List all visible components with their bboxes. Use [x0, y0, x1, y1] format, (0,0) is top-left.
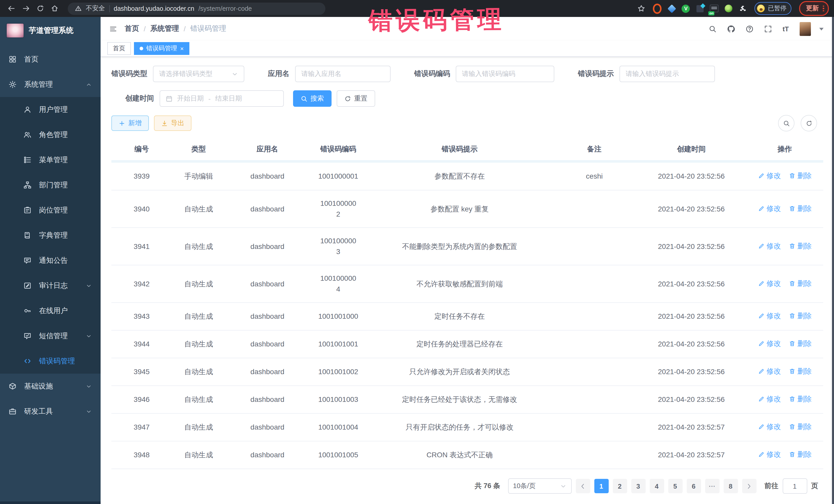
tag-close-icon[interactable]: × — [180, 45, 184, 51]
edit-link[interactable]: 修改 — [758, 366, 781, 377]
font-size-icon[interactable]: tT — [783, 25, 789, 32]
browser-reload-icon[interactable] — [34, 2, 46, 15]
search-button[interactable]: 搜索 — [293, 90, 332, 107]
header-search-icon[interactable] — [708, 25, 716, 32]
ext-tiles-icon[interactable] — [696, 4, 704, 13]
page-button-2[interactable]: 2 — [613, 479, 627, 493]
chevron-down-icon — [232, 70, 238, 77]
delete-link[interactable]: 删除 — [789, 366, 812, 377]
sidebar-item-org-tree[interactable]: 部门管理 — [0, 172, 101, 198]
sidebar-item-audit-log[interactable]: 审计日志 — [0, 273, 101, 298]
delete-link[interactable]: 删除 — [789, 170, 812, 181]
reset-button[interactable]: 重置 — [337, 90, 375, 107]
sidebar-item-menu-list[interactable]: 菜单管理 — [0, 147, 101, 172]
edit-link[interactable]: 修改 — [758, 394, 781, 404]
refresh-table-button[interactable] — [800, 115, 817, 131]
delete-link[interactable]: 删除 — [789, 338, 812, 349]
sidebar-item-badge[interactable]: 岗位管理 — [0, 198, 101, 223]
ext-blue-gem-icon[interactable] — [667, 4, 676, 13]
edit-link[interactable]: 修改 — [758, 278, 781, 289]
breadcrumb-system[interactable]: 系统管理 — [150, 24, 179, 34]
cell-time: 2021-04-20 23:52:56 — [636, 358, 746, 386]
sidebar-item-dictionary[interactable]: 字典管理 — [0, 223, 101, 248]
delete-link[interactable]: 删除 — [789, 449, 812, 460]
tag-error-code[interactable]: 错误码管理 × — [134, 42, 190, 55]
page-button-1[interactable]: 1 — [594, 479, 609, 493]
sidebar-item-user[interactable]: 用户管理 — [0, 97, 101, 122]
sidebar-item-home[interactable]: 首页 — [0, 47, 101, 72]
edit-link[interactable]: 修改 — [758, 240, 781, 251]
breadcrumb-home[interactable]: 首页 — [125, 24, 139, 34]
sidebar-toggle-icon[interactable] — [109, 25, 117, 32]
page-button-6[interactable]: 6 — [686, 479, 701, 493]
cell-msg: 参数配置不存在 — [367, 161, 552, 190]
pencil-icon — [758, 340, 765, 347]
delete-link[interactable]: 删除 — [789, 310, 812, 321]
add-button[interactable]: 新增 — [111, 115, 149, 131]
browser-update-button[interactable]: 更新 — [799, 1, 829, 16]
url-bar[interactable]: 不安全 dashboard.yudao.iocoder.cn/system/er… — [68, 2, 325, 15]
delete-link[interactable]: 删除 — [789, 394, 812, 404]
tag-home[interactable]: 首页 — [107, 42, 131, 55]
delete-link[interactable]: 删除 — [789, 203, 812, 214]
create-time-range-picker[interactable]: 开始日期 - 结束日期 — [160, 90, 284, 107]
sidebar-item-sms[interactable]: 短信管理 — [0, 323, 101, 349]
sidebar-logo-row[interactable]: 芋道管理系统 — [0, 17, 101, 44]
help-icon[interactable] — [745, 25, 753, 32]
cell-memo — [552, 303, 636, 330]
delete-link[interactable]: 删除 — [789, 278, 812, 289]
error-type-select[interactable]: 请选择错误码类型 — [153, 66, 244, 82]
sidebar-item-infra[interactable]: 基础设施 — [0, 374, 101, 399]
browser-menu-icon[interactable] — [823, 5, 824, 12]
goto-page-input[interactable] — [783, 478, 807, 494]
edit-link[interactable]: 修改 — [758, 170, 781, 181]
browser-back-icon[interactable] — [5, 2, 18, 15]
toggle-search-button[interactable] — [778, 115, 794, 131]
delete-link[interactable]: 删除 — [789, 240, 812, 251]
edit-link[interactable]: 修改 — [758, 338, 781, 349]
app-name-input[interactable]: 请输入应用名 — [295, 66, 391, 82]
export-button[interactable]: 导出 — [154, 115, 192, 131]
browser-home-icon[interactable] — [48, 2, 61, 15]
pager-more-button[interactable]: ··· — [705, 479, 719, 493]
fullscreen-icon[interactable] — [764, 25, 772, 32]
sidebar-item-devtools[interactable]: 研发工具 — [0, 399, 101, 424]
bookmark-star-icon[interactable] — [635, 2, 648, 15]
edit-link[interactable]: 修改 — [758, 203, 781, 214]
active-tag-dot — [139, 47, 143, 50]
page-button-8[interactable]: 8 — [723, 479, 738, 493]
edit-link[interactable]: 修改 — [758, 421, 781, 432]
cell-memo — [552, 358, 636, 386]
ext-green-v-icon[interactable]: V — [682, 4, 690, 13]
edit-link[interactable]: 修改 — [758, 310, 781, 321]
extensions-puzzle-icon[interactable] — [739, 4, 748, 13]
sidebar-item-error-code[interactable]: 错误码管理 — [0, 349, 101, 374]
page-scrollbar[interactable] — [832, 17, 834, 504]
prev-page-button[interactable] — [576, 479, 590, 493]
github-icon[interactable] — [727, 25, 735, 32]
page-button-5[interactable]: 5 — [668, 479, 682, 493]
sidebar-collapse-bar[interactable] — [0, 501, 101, 504]
ext-green-creature-icon[interactable] — [724, 4, 733, 13]
next-page-button[interactable] — [742, 479, 756, 493]
ext-switch-icon[interactable]: on — [710, 4, 719, 13]
sidebar-item-label: 短信管理 — [39, 331, 68, 341]
sidebar-item-users[interactable]: 角色管理 — [0, 122, 101, 147]
sidebar-item-online-user[interactable]: 在线用户 — [0, 298, 101, 323]
page-button-3[interactable]: 3 — [631, 479, 645, 493]
ext-orange-ring-icon[interactable] — [653, 4, 662, 13]
page-size-select[interactable]: 10条/页 — [508, 478, 571, 494]
browser-forward-icon[interactable] — [20, 2, 32, 15]
error-msg-input[interactable]: 请输入错误码提示 — [619, 66, 715, 82]
app-title: 芋道管理系统 — [29, 25, 73, 35]
sidebar-item-gear[interactable]: 系统管理 — [0, 72, 101, 97]
sidebar-item-announcement[interactable]: 通知公告 — [0, 248, 101, 273]
sms-icon — [24, 332, 31, 340]
page-button-4[interactable]: 4 — [650, 479, 664, 493]
error-code-input[interactable]: 请输入错误码编码 — [456, 66, 554, 82]
avatar-caret-down-icon[interactable] — [817, 25, 825, 32]
edit-link[interactable]: 修改 — [758, 449, 781, 460]
delete-link[interactable]: 删除 — [789, 421, 812, 432]
profile-paused-badge[interactable]: 已暂停 — [755, 2, 792, 15]
user-avatar[interactable] — [799, 22, 811, 36]
